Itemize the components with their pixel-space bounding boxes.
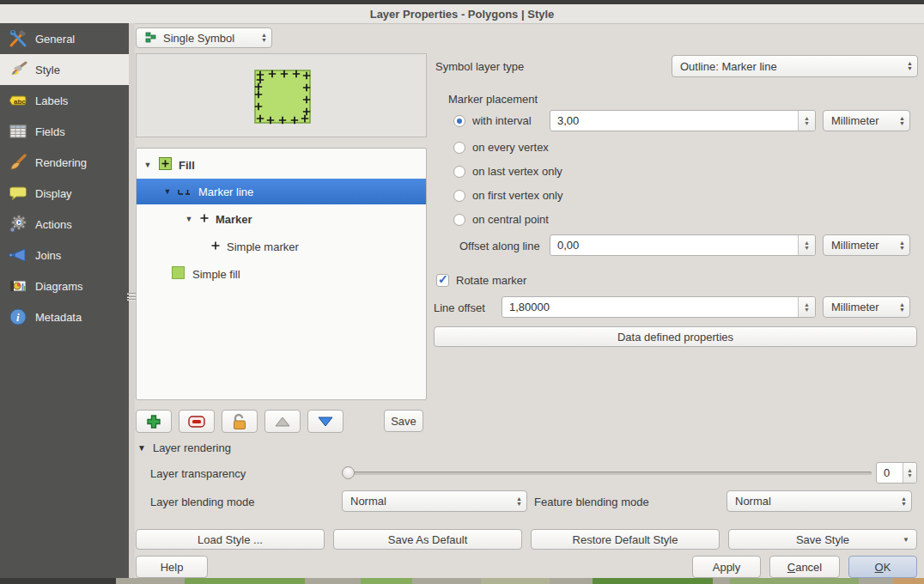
sidebar-item-general[interactable]: General: [0, 23, 129, 54]
interval-value: 3,00: [557, 114, 579, 127]
sidebar-item-metadata[interactable]: i Metadata: [0, 301, 129, 332]
checkbox-icon[interactable]: [436, 274, 449, 287]
sidebar-item-label: Display: [35, 187, 72, 200]
feature-blending-combobox[interactable]: Normal ▲▼: [726, 490, 912, 512]
fill-layer-icon: [159, 157, 172, 173]
line-offset-spinbox[interactable]: 1,80000 ▲▼: [502, 296, 816, 318]
sidebar-item-label: Diagrams: [35, 280, 83, 293]
simple-marker-icon: [210, 240, 221, 253]
interval-unit-value: Millimeter: [831, 114, 879, 127]
tree-row-simple-marker[interactable]: Simple marker: [137, 234, 426, 259]
sidebar-item-joins[interactable]: Joins: [0, 240, 129, 271]
combo-arrows-icon: ▲▼: [901, 496, 907, 507]
sidebar-item-style[interactable]: Style: [0, 54, 129, 85]
radio-label: with interval: [472, 114, 532, 127]
sidebar-item-display[interactable]: Display: [0, 178, 129, 209]
svg-text:abc: abc: [14, 98, 26, 106]
radio-icon[interactable]: [453, 166, 465, 178]
apply-button[interactable]: Apply: [692, 556, 761, 578]
renderer-combobox[interactable]: Single Symbol ▲▼: [136, 27, 272, 48]
remove-symbol-layer-button[interactable]: [179, 410, 215, 433]
spinner-arrows-icon[interactable]: ▲▼: [798, 111, 815, 131]
sidebar-item-label: Labels: [35, 94, 68, 107]
radio-icon[interactable]: [453, 142, 465, 154]
sidebar-item-labels[interactable]: abc Labels: [0, 85, 129, 116]
sidebar-item-actions[interactable]: Actions: [0, 209, 129, 240]
ok-button[interactable]: OK: [848, 556, 917, 578]
layer-rendering-section-header[interactable]: ▼ Layer rendering: [137, 441, 231, 454]
save-as-default-label: Save As Default: [388, 533, 468, 546]
symbol-layer-type-value: Outline: Marker line: [680, 60, 777, 73]
spinner-arrows-icon[interactable]: ▲▼: [798, 297, 815, 317]
save-symbol-button[interactable]: Save: [384, 410, 423, 432]
cancel-label: Cancel: [787, 561, 822, 574]
tree-row-marker-line[interactable]: ▼ Marker line: [137, 179, 426, 204]
marker-line-icon: [178, 186, 192, 198]
help-button[interactable]: Help: [136, 556, 208, 578]
radio-on-central-point[interactable]: on central point: [453, 213, 549, 226]
line-offset-unit-value: Millimeter: [831, 301, 879, 313]
dialog-titlebar[interactable]: Layer Properties - Polygons | Style: [0, 4, 924, 24]
cancel-button[interactable]: Cancel: [769, 556, 840, 578]
spinner-arrows-icon[interactable]: ▲▼: [798, 235, 815, 255]
layer-blending-combobox[interactable]: Normal ▲▼: [342, 490, 527, 512]
move-layer-down-button[interactable]: [307, 410, 343, 433]
transparency-slider-handle[interactable]: [342, 466, 355, 479]
panel-splitter[interactable]: [129, 23, 135, 578]
sidebar-item-label: Rendering: [35, 156, 87, 169]
tree-row-marker[interactable]: ▼ Marker: [137, 206, 426, 232]
sidebar-item-fields[interactable]: Fields: [0, 116, 129, 147]
tree-row-label: Marker: [216, 213, 252, 226]
interval-unit-combobox[interactable]: Millimeter ▲▼: [823, 110, 910, 131]
sidebar-item-diagrams[interactable]: Diagrams: [0, 271, 129, 301]
collapse-arrow-icon: ▼: [137, 443, 146, 453]
offset-unit-combobox[interactable]: Millimeter ▲▼: [823, 234, 910, 256]
offset-along-line-spinbox[interactable]: 0,00 ▲▼: [550, 234, 816, 256]
restore-default-style-label: Restore Default Style: [573, 533, 678, 546]
radio-icon[interactable]: [453, 190, 465, 202]
radio-on-first-vertex[interactable]: on first vertex only: [453, 189, 563, 202]
help-label: Help: [161, 561, 184, 574]
radio-with-interval[interactable]: with interval: [453, 114, 532, 127]
rotate-marker-label: Rotate marker: [456, 274, 526, 287]
expander-icon[interactable]: ▼: [185, 215, 193, 223]
data-defined-properties-button[interactable]: Data defined properties: [434, 326, 917, 347]
radio-on-every-vertex[interactable]: on every vertex: [453, 141, 549, 154]
load-style-button[interactable]: Load Style ...: [136, 529, 325, 550]
combo-arrows-icon: ▲▼: [516, 496, 522, 507]
symbol-preview-panel: [136, 53, 427, 137]
tree-row-fill[interactable]: ▼ Fill: [137, 152, 426, 178]
transparency-slider-track[interactable]: [342, 471, 872, 475]
spinner-arrows-icon[interactable]: ▲▼: [903, 463, 916, 483]
lock-color-button[interactable]: [222, 410, 258, 433]
expander-icon[interactable]: ▼: [163, 187, 172, 196]
line-offset-value: 1,80000: [509, 301, 550, 313]
radio-icon[interactable]: [453, 214, 465, 226]
data-defined-label: Data defined properties: [617, 331, 733, 344]
radio-icon[interactable]: [453, 115, 465, 127]
symbol-layer-type-combobox[interactable]: Outline: Marker line ▲▼: [672, 55, 918, 77]
restore-default-style-button[interactable]: Restore Default Style: [531, 529, 720, 550]
combo-arrows-icon: ▲▼: [899, 302, 905, 313]
combo-arrows-icon: ▲▼: [899, 240, 905, 251]
rotate-marker-checkbox-row[interactable]: Rotate marker: [436, 274, 526, 287]
up-triangle-icon: [274, 416, 291, 428]
sidebar-item-rendering[interactable]: Rendering: [0, 147, 129, 178]
move-layer-up-button[interactable]: [264, 410, 301, 433]
expander-icon[interactable]: ▼: [143, 161, 152, 169]
simple-fill-icon: [172, 266, 185, 282]
add-symbol-layer-button[interactable]: [136, 410, 172, 433]
save-as-default-button[interactable]: Save As Default: [333, 529, 522, 550]
offset-along-line-value: 0,00: [557, 239, 579, 252]
sidebar-item-label: Joins: [35, 249, 61, 262]
radio-label: on every vertex: [472, 141, 549, 154]
diagram-icon: [9, 277, 27, 295]
load-style-label: Load Style ...: [198, 533, 263, 546]
tree-row-label: Marker line: [198, 186, 253, 198]
interval-spinbox[interactable]: 3,00 ▲▼: [550, 110, 816, 131]
tree-row-simple-fill[interactable]: Simple fill: [137, 261, 426, 287]
save-style-button[interactable]: Save Style ▼: [728, 529, 917, 550]
radio-on-last-vertex[interactable]: on last vertex only: [453, 165, 562, 178]
transparency-spinbox[interactable]: 0 ▲▼: [876, 462, 917, 484]
line-offset-unit-combobox[interactable]: Millimeter ▲▼: [823, 296, 910, 318]
